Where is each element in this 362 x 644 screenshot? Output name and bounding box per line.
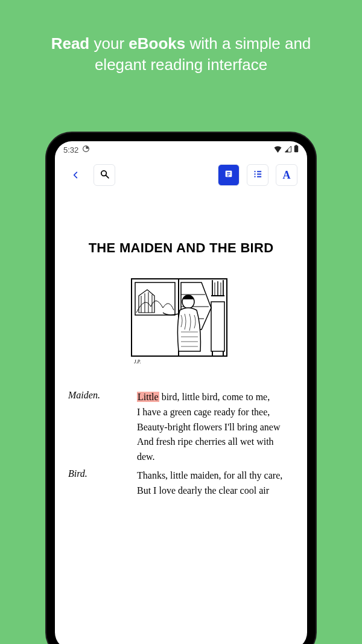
dialogue-block: Maiden. Little bird, little bird, come t… <box>68 390 294 499</box>
reading-mode-button[interactable] <box>218 164 240 186</box>
phone-frame: 5:32 <box>46 133 316 644</box>
typography-button[interactable]: A <box>276 164 297 186</box>
reader-content[interactable]: THE MAIDEN AND THE BIRD <box>55 194 307 644</box>
book-illustration: J.P. <box>121 272 241 368</box>
svg-point-11 <box>254 176 255 177</box>
page-icon <box>224 169 233 181</box>
svg-rect-2 <box>296 145 297 145</box>
svg-line-4 <box>106 175 108 177</box>
back-button[interactable] <box>65 164 86 186</box>
search-button[interactable] <box>94 164 115 186</box>
status-bar: 5:32 <box>55 141 307 156</box>
list-icon <box>253 169 263 182</box>
status-time: 5:32 <box>63 145 78 155</box>
font-icon: A <box>283 169 291 182</box>
promo-headline: Read your eBooks with a simple and elega… <box>0 0 362 75</box>
svg-rect-1 <box>294 145 299 152</box>
search-icon <box>100 169 110 182</box>
battery-icon <box>294 145 299 155</box>
speech-text[interactable]: Thanks, little maiden, for all thy care,… <box>137 468 294 499</box>
contents-button[interactable] <box>247 164 268 186</box>
clock-icon <box>82 145 90 155</box>
speaker-label: Bird. <box>68 468 127 499</box>
svg-text:J.P.: J.P. <box>134 359 141 365</box>
speech-text[interactable]: Little bird, little bird, come to me, I … <box>137 390 294 465</box>
signal-icon <box>284 145 292 155</box>
speaker-label: Maiden. <box>68 390 127 465</box>
reader-toolbar: A <box>55 156 307 194</box>
svg-point-9 <box>254 171 255 172</box>
highlighted-word[interactable]: Little <box>137 392 159 402</box>
wifi-icon <box>273 145 282 155</box>
chapter-title: THE MAIDEN AND THE BIRD <box>68 240 294 256</box>
phone-screen: 5:32 <box>55 141 307 644</box>
svg-point-10 <box>254 173 255 174</box>
